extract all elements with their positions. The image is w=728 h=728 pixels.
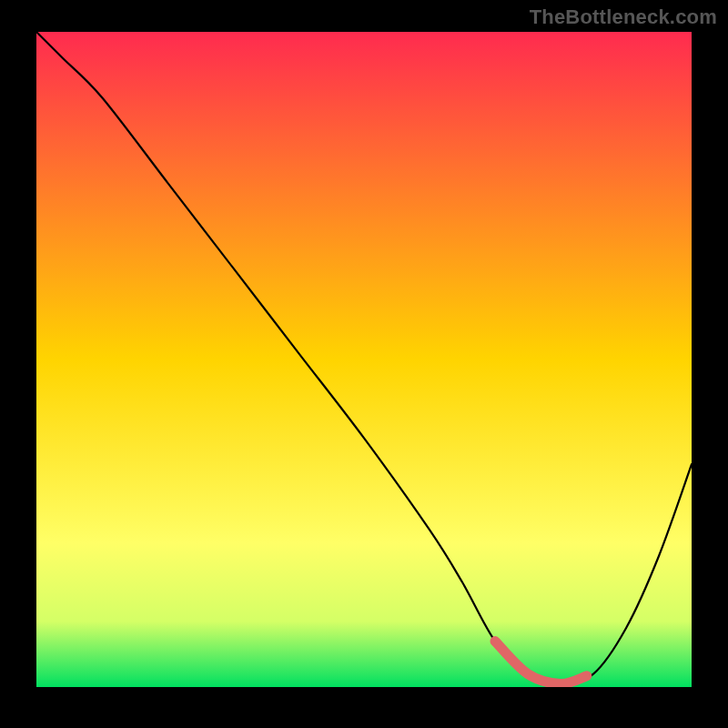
chart-container: TheBottleneck.com xyxy=(0,0,728,728)
gradient-background xyxy=(36,32,692,687)
plot-area xyxy=(36,32,692,687)
chart-svg xyxy=(36,32,692,687)
watermark-text: TheBottleneck.com xyxy=(530,5,717,29)
